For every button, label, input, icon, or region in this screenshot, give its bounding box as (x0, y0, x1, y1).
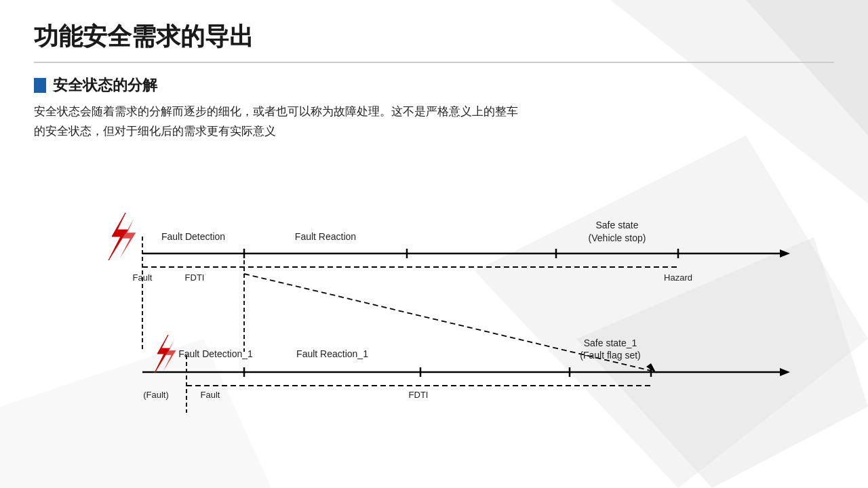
svg-marker-20 (780, 368, 790, 376)
safe-state-sub-bottom-label: (Fault flag set) (580, 350, 640, 361)
svg-marker-6 (780, 249, 790, 258)
description-line1: 安全状态会随着需求的分解而逐步的细化，或者也可以称为故障处理。这不是严格意义上的… (34, 105, 518, 118)
diagram: Fault Detection Fault Reaction Safe stat… (61, 155, 807, 413)
hazard-label: Hazard (664, 272, 692, 283)
safe-state-bottom-label: Safe state_1 (584, 338, 637, 348)
lightning-top (108, 213, 136, 260)
fault-paren-label: (Fault) (143, 390, 169, 400)
fault-detection-top-label: Fault Detection (161, 231, 225, 242)
description-line2: 的安全状态，但对于细化后的需求更有实际意义 (34, 125, 276, 138)
fault-detection-bottom-label: Fault Detection_1 (178, 348, 253, 359)
section-title-text: 安全状态的分解 (53, 75, 157, 96)
diagram-svg: Fault Detection Fault Reaction Safe stat… (61, 155, 807, 413)
main-title: 功能安全需求的导出 (34, 20, 834, 63)
slide-content: 功能安全需求的导出 安全状态的分解 安全状态会随着需求的分解而逐步的细化，或者也… (0, 0, 868, 426)
lightning-bottom (155, 335, 176, 373)
fault-reaction-bottom-label: Fault Reaction_1 (296, 348, 368, 359)
fdti-label-bottom: FDTI (409, 390, 429, 400)
safe-state-top-label: Safe state (595, 220, 638, 230)
fdti-label-top: FDTI (185, 272, 205, 283)
slide: 功能安全需求的导出 安全状态的分解 安全状态会随着需求的分解而逐步的细化，或者也… (0, 0, 868, 488)
safe-state-sub-top-label: (Vehicle stop) (589, 232, 646, 243)
description: 安全状态会随着需求的分解而逐步的细化，或者也可以称为故障处理。这不是严格意义上的… (34, 102, 834, 142)
fault-label-top: Fault (133, 272, 153, 283)
section-title-container: 安全状态的分解 (34, 75, 834, 96)
fault-reaction-top-label: Fault Reaction (295, 231, 356, 242)
fault-label-bottom: Fault (201, 390, 220, 400)
section-title-bar (34, 78, 46, 93)
